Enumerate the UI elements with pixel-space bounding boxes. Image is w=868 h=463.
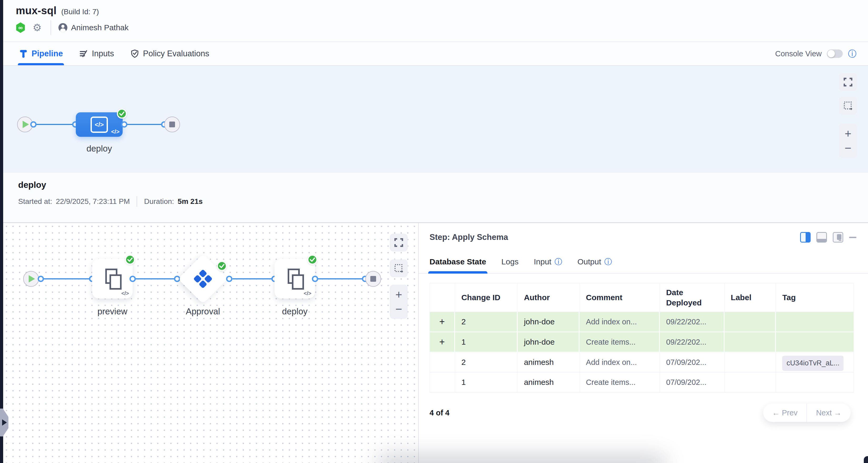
zoom-controls: + − [839,124,857,158]
cell-change-id: 2 [455,312,518,331]
edge-port[interactable] [38,276,44,282]
layout-split-right-button[interactable] [800,232,811,242]
column-header-change-id: Change ID [455,283,518,312]
edge-port[interactable] [129,276,136,282]
marquee-select-button[interactable] [839,97,857,115]
minimize-panel-button[interactable] [849,237,857,238]
success-check-icon [117,109,127,119]
tab-logs[interactable]: Logs [501,257,519,273]
console-view-label: Console View [775,49,822,58]
edge-port[interactable] [121,121,127,128]
column-header-comment: Comment [580,283,660,312]
cell-author: john-doe [518,312,580,331]
cell-author: animesh [518,372,580,392]
gear-icon[interactable]: ⚙ [33,23,41,33]
table-row: + 1 john-doe Create items... 09/22/202..… [430,332,854,353]
copy-steps-icon [284,267,306,291]
shield-check-icon [130,49,139,58]
divider [136,196,137,207]
console-view-toggle[interactable] [827,49,843,58]
cell-change-id: 2 [455,353,518,372]
stage-node-deploy[interactable]: </> </> [76,112,123,137]
tab-label: Input [534,257,551,266]
zoom-out-button[interactable]: − [844,142,851,154]
cell-label [724,332,776,352]
left-nav-strip [0,0,3,463]
zoom-in-button[interactable]: + [395,289,402,300]
code-badge: </> [304,290,311,296]
approval-icon [192,268,213,289]
table-row: + 2 john-doe Add index on... 09/22/202..… [430,312,854,332]
step-panel-tabs: Database State Logs Input ⓘ Output ⓘ [419,242,868,273]
cell-comment: Create items... [580,332,660,352]
cell-comment: Add index on... [580,312,660,331]
zoom-controls: + − [390,285,408,319]
zoom-out-button[interactable]: − [395,303,402,315]
prev-page-button[interactable]: ← Prev [763,403,807,422]
play-icon [23,121,29,128]
step-detail-panel: Step: Apply Schema Database State Logs I… [418,223,868,463]
marquee-select-button[interactable] [390,259,408,277]
tab-policy-evaluations[interactable]: Policy Evaluations [130,42,209,65]
started-at-value: 22/9/2025, 7:23:11 PM [56,197,130,206]
approval-node-label: Approval [176,306,230,317]
tab-label: Logs [501,257,519,266]
edge-connector [317,278,368,279]
cell-label [724,372,776,392]
tab-input[interactable]: Input ⓘ [534,257,562,273]
started-at-label: Started at: [18,197,52,206]
next-page-button[interactable]: Next → [807,403,850,422]
tab-database-state[interactable]: Database State [430,257,486,273]
success-check-icon [125,255,135,265]
column-header-tag: Tag [776,283,854,312]
tab-inputs[interactable]: Inputs [79,42,114,65]
info-icon[interactable]: ⓘ [604,258,612,266]
edge-port[interactable] [30,121,37,128]
stage-name: deploy [18,180,868,190]
fullscreen-button[interactable] [839,73,857,91]
edge-port[interactable] [226,276,232,282]
tag-text-clipped: BU4TEW... [786,368,839,371]
step-node-preview[interactable]: </> [92,259,133,299]
column-header-label: Label [724,283,776,312]
corner-artifact [864,456,868,463]
tag-chip[interactable]: cU34ioTvR_aL... BU4TEW... [782,356,843,371]
zoom-in-button[interactable]: + [844,128,851,139]
database-state-table: Change ID Author Comment Date Deployed L… [430,283,854,393]
expand-row-button[interactable]: + [439,317,445,327]
tab-pipeline[interactable]: Pipeline [19,42,63,65]
divider [51,20,51,35]
duration-value: 5m 21s [178,197,203,206]
stop-icon [169,122,175,127]
marquee-select-icon [394,264,403,273]
expand-row-button[interactable]: + [439,337,445,347]
cell-tag [776,372,854,392]
header: mux-sql (Build Id: 7) ∞ ⚙ Animesh Pathak [3,0,868,42]
page-count: 4 of 4 [430,408,450,417]
tab-output[interactable]: Output ⓘ [578,257,612,273]
tab-label: Policy Evaluations [143,49,209,58]
edge-connector [33,124,78,125]
inputs-icon [79,49,88,58]
table-pagination: 4 of 4 ← Prev Next → [430,403,850,422]
step-node-deploy[interactable]: </> [275,259,315,299]
edge-port[interactable] [312,276,318,282]
pipeline-end-node[interactable] [164,117,180,132]
stage-flow-canvas[interactable]: </> preview [3,223,418,463]
flow-start-node[interactable] [23,271,39,287]
fullscreen-button[interactable] [390,234,408,252]
cell-author: john-doe [518,332,580,352]
info-icon[interactable]: ⓘ [555,258,562,266]
cell-date: 07/09/202... [660,353,724,372]
info-icon[interactable]: ⓘ [848,49,857,58]
pipeline-overview-canvas[interactable]: </> </> deploy + − [3,66,868,172]
cell-change-id: 1 [455,332,518,352]
pipeline-icon [19,49,28,58]
layout-split-bottom-button[interactable] [816,232,827,242]
flow-end-node[interactable] [365,271,381,287]
page-title: mux-sql [16,5,57,16]
cell-label [724,312,776,331]
duration-label: Duration: [144,197,174,206]
layout-float-panel-button[interactable] [833,232,843,242]
tab-label: Pipeline [32,49,63,58]
